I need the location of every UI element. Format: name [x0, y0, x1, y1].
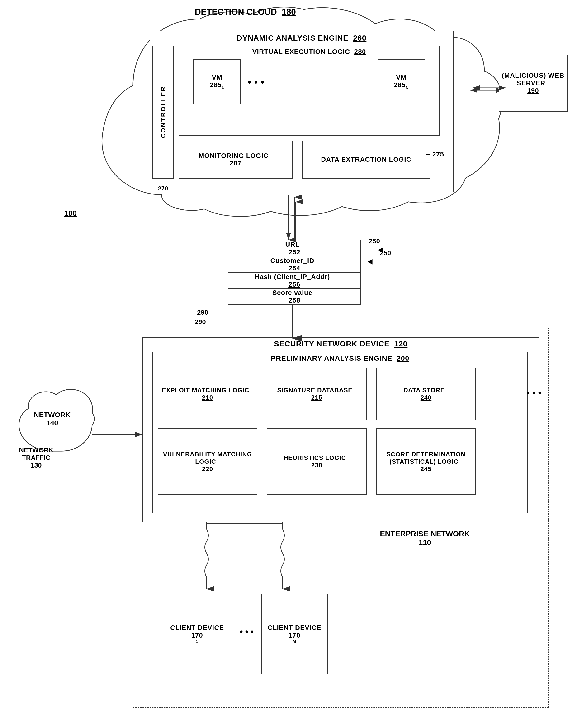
- client1-box: CLIENT DEVICE1701: [164, 594, 230, 674]
- dynamic-analysis-engine-box: DYNAMIC ANALYSIS ENGINE 260 CONTROLLER 2…: [150, 31, 453, 192]
- packet-box: 250 ◄ URL 252 Customer_ID 254 Hash (Clie…: [228, 240, 361, 305]
- vm1-label: VM: [212, 74, 222, 81]
- hash-row: Hash (Client_IP_Addr) 256: [228, 272, 361, 289]
- extraction-tilde: ~ 275: [426, 151, 444, 158]
- virtual-execution-box: VIRTUAL EXECUTION LOGIC 280 VM 2851 • • …: [179, 46, 440, 136]
- security-device-label: SECURITY NETWORK DEVICE 120: [274, 340, 408, 348]
- vmN-box: VM 285N: [377, 59, 425, 104]
- network-label: NETWORK140: [17, 411, 88, 427]
- security-device-box: SECURITY NETWORK DEVICE 120 PRELIMINARY …: [142, 337, 539, 522]
- vm-dots: • • •: [248, 77, 264, 87]
- clientM-box: CLIENT DEVICE170M: [261, 594, 328, 674]
- enterprise-label: ENTERPRISE NETWORK110: [380, 529, 470, 547]
- network-arrow: [93, 430, 147, 439]
- prelim-dots: • • •: [526, 388, 542, 398]
- controller-ref: 270: [153, 185, 174, 192]
- detection-cloud-label: DETECTION CLOUD 180: [195, 7, 296, 17]
- packet-arrow-indicator: ◄: [366, 256, 374, 266]
- preliminary-engine-box: PRELIMINARY ANALYSIS ENGINE 200 EXPLOIT …: [153, 352, 528, 513]
- packet-250-label: 250: [380, 249, 391, 257]
- label-290-text: 290: [195, 318, 206, 326]
- heuristics-box: HEURISTICS LOGIC 230: [267, 428, 367, 495]
- client-dots: • • •: [240, 627, 254, 637]
- monitoring-box: MONITORING LOGIC 287: [179, 140, 292, 179]
- dynamic-engine-label: DYNAMIC ANALYSIS ENGINE 260: [237, 34, 367, 43]
- label-100: 100: [64, 209, 77, 218]
- data-extraction-box: DATA EXTRACTION LOGIC ~ 275: [302, 140, 430, 179]
- vmN-label: VM: [396, 74, 406, 81]
- left-squiggle: [197, 522, 216, 594]
- packet-ref-250: 250: [369, 237, 380, 245]
- customer-id-row: Customer_ID 254: [228, 256, 361, 272]
- cloud-to-packet-arrow: [283, 195, 301, 242]
- score-row: Score value 258: [228, 288, 361, 305]
- vm1-box: VM 2851: [193, 59, 241, 104]
- vel-label: VIRTUAL EXECUTION LOGIC 280: [253, 48, 366, 56]
- controller-box: CONTROLLER: [153, 46, 174, 179]
- right-squiggle: [273, 522, 292, 594]
- score-det-box: SCORE DETERMINATION (STATISTICAL) LOGIC …: [376, 428, 476, 495]
- detection-cloud-ref: 180: [282, 7, 296, 17]
- url-row: URL 252: [228, 240, 361, 256]
- web-server-box: (MALICIOUS) WEB SERVER 190: [499, 55, 568, 112]
- network-traffic-label: NETWORKTRAFFIC130: [19, 446, 53, 469]
- web-server-arrow: [470, 81, 508, 95]
- vmN-ref: 285N: [394, 81, 409, 90]
- data-store-box: DATA STORE 240: [376, 368, 476, 420]
- packet-to-security-arrow: [283, 305, 301, 341]
- vulnerability-box: VULNERABILITY MATCHING LOGIC 220: [158, 428, 257, 495]
- label-290: 290: [197, 309, 208, 316]
- h-connector: [207, 522, 283, 525]
- preliminary-label: PRELIMINARY ANALYSIS ENGINE 200: [271, 354, 409, 362]
- signature-box: SIGNATURE DATABASE 215: [267, 368, 367, 420]
- vm1-ref: 2851: [210, 81, 224, 90]
- exploit-box: EXPLOIT MATCHING LOGIC 210: [158, 368, 257, 420]
